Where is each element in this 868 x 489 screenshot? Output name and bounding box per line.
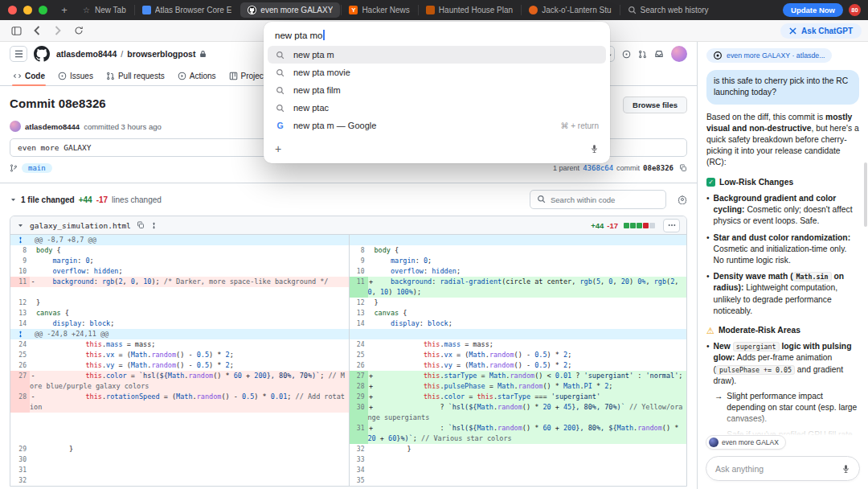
forward-icon[interactable] — [48, 23, 68, 39]
profile-badge[interactable]: 80 — [849, 4, 861, 16]
file-name[interactable]: galaxy_simulation.html — [30, 221, 131, 230]
mic-icon[interactable] — [841, 464, 850, 474]
reload-icon[interactable] — [69, 23, 88, 39]
diff-line-number[interactable]: 28 — [10, 392, 30, 413]
diff-line-number[interactable]: 35 — [349, 475, 368, 486]
diff-line-number[interactable]: 11 — [349, 277, 368, 298]
files-changed-label[interactable]: 1 file changed — [21, 195, 75, 204]
voice-search-icon[interactable] — [590, 144, 599, 154]
diff-line-number[interactable]: 14 — [349, 318, 368, 329]
diff-line-number[interactable]: 28 — [349, 381, 368, 392]
diff-line-number[interactable]: 9 — [349, 256, 368, 266]
breadcrumb-repo[interactable]: browserblogpost — [127, 49, 195, 59]
browser-tab[interactable]: Atlas Browser Core E — [135, 2, 240, 18]
sidebar-scrollbar[interactable] — [864, 162, 867, 227]
diff-line-number[interactable]: 26 — [10, 360, 30, 371]
diff-line-number[interactable]: 10 — [349, 266, 368, 277]
diff-line-number[interactable]: 29 — [349, 392, 368, 402]
expand-all-icon[interactable] — [150, 221, 158, 230]
diff-line-number[interactable]: 26 — [349, 360, 368, 371]
sidebar-panel-icon[interactable] — [6, 23, 26, 39]
repo-tab-code[interactable]: Code — [6, 66, 51, 85]
diff-line-number[interactable]: 30 — [10, 454, 30, 465]
browser-tab[interactable]: Haunted House Plan — [419, 2, 520, 18]
back-icon[interactable] — [27, 23, 47, 39]
diff-line-number[interactable]: 25 — [349, 350, 368, 360]
omnibox-input[interactable]: new pta mo — [264, 26, 610, 46]
diff-line-number[interactable]: 8 — [349, 245, 368, 256]
close-icon[interactable] — [789, 27, 796, 35]
inbox-icon[interactable] — [654, 49, 664, 59]
diff-line-number[interactable]: 29 — [10, 444, 30, 454]
omnibox-suggestion[interactable]: new pta movie — [268, 64, 606, 81]
collapse-files-icon[interactable] — [10, 196, 17, 203]
diff-line-number[interactable]: 25 — [10, 350, 30, 360]
minimize-window-button[interactable] — [23, 6, 32, 14]
diff-code-line: this.mass = mass; — [368, 339, 687, 350]
copy-path-icon[interactable] — [137, 221, 145, 229]
repo-tab-pull-requests[interactable]: Pull requests — [100, 66, 171, 85]
diff-line-number[interactable]: 14 — [10, 318, 30, 329]
omnibox-suggestion[interactable]: new pta film — [268, 81, 606, 99]
new-tab-button[interactable]: + — [56, 4, 72, 16]
composer-context-chip[interactable]: even more GALAX — [706, 435, 786, 450]
branch-chip[interactable]: main — [22, 163, 52, 173]
github-logo-icon[interactable] — [34, 46, 50, 62]
repo-tab-issues[interactable]: Issues — [51, 66, 100, 85]
diff-settings-gear-icon[interactable] — [678, 195, 687, 204]
diff-line-number[interactable]: 12 — [10, 298, 30, 308]
context-chip[interactable]: even more GALAXY · atlasde... — [706, 48, 832, 63]
diff-line-number[interactable]: 27 — [349, 371, 368, 381]
repo-tab-label: Actions — [190, 72, 216, 80]
zoom-window-button[interactable] — [39, 6, 47, 14]
browser-tab[interactable]: Search web history — [620, 2, 716, 18]
author-avatar[interactable] — [10, 121, 21, 132]
commit-author[interactable]: atlasdemo8444 — [25, 122, 80, 131]
issues-icon[interactable] — [622, 50, 631, 59]
diff-line-number[interactable]: 32 — [349, 444, 368, 454]
omnibox-suggestion[interactable]: Gnew pta m — Google⌘ + return — [268, 117, 606, 134]
repo-tab-actions[interactable]: Actions — [171, 66, 223, 85]
diff-line-number[interactable]: 9 — [10, 256, 30, 266]
expand-hunk-icon[interactable] — [10, 235, 30, 245]
diff-line-number[interactable]: 34 — [349, 465, 368, 475]
diff-line-number[interactable]: 8 — [10, 245, 30, 256]
omnibox-suggestion[interactable]: new pta m — [268, 46, 606, 64]
diff-line-number[interactable]: 31 — [10, 465, 30, 475]
update-now-button[interactable]: Update Now — [783, 3, 843, 17]
diff-line-number[interactable]: 24 — [10, 339, 30, 350]
diff-line-number[interactable]: 13 — [349, 308, 368, 318]
breadcrumb-owner[interactable]: atlasdemo8444 — [56, 49, 117, 59]
user-avatar[interactable] — [671, 46, 687, 62]
diff-line-number[interactable]: 12 — [349, 298, 368, 308]
expand-hunk-icon[interactable] — [10, 329, 30, 339]
diff-line-number[interactable]: 30 — [349, 402, 368, 423]
add-icon[interactable]: + — [275, 142, 281, 155]
close-window-button[interactable] — [8, 6, 17, 14]
diff-line-number[interactable]: 24 — [349, 339, 368, 350]
diff-line-number[interactable]: 32 — [10, 475, 30, 486]
browser-tab[interactable]: Jack-o'-Lantern Stu — [522, 2, 618, 18]
diff-line-number[interactable]: 27 — [10, 371, 30, 392]
search-within-code-input[interactable]: Search within code — [530, 190, 666, 209]
diff-code-line — [368, 454, 687, 465]
copy-sha-icon[interactable] — [679, 164, 687, 172]
omnibox-suggestion[interactable]: new ptac — [268, 99, 606, 117]
file-options-kebab-icon[interactable] — [663, 219, 680, 232]
browser-tab[interactable]: YHacker News — [342, 2, 416, 18]
diff-line-number[interactable]: 33 — [349, 454, 368, 465]
diff-line-number[interactable]: 31 — [349, 423, 368, 444]
ask-anything-input[interactable]: Ask anything — [706, 456, 860, 481]
browser-tab[interactable]: ☆New Tab — [75, 2, 133, 18]
collapse-file-icon[interactable] — [17, 222, 24, 229]
diff-row: 8 body {8 body { — [10, 245, 686, 256]
diff-line-number[interactable]: 11 — [10, 277, 30, 287]
parent-sha-link[interactable]: 4368c64 — [583, 164, 613, 172]
diff-line-number[interactable]: 13 — [10, 308, 30, 318]
diff-line-number[interactable]: 10 — [10, 266, 30, 277]
hamburger-menu-button[interactable] — [10, 46, 27, 62]
ask-chatgpt-button[interactable]: Ask ChatGPT — [780, 23, 862, 39]
browser-tab[interactable]: even more GALAXY — [240, 2, 340, 18]
pull-request-icon[interactable] — [638, 50, 647, 59]
browse-files-button[interactable]: Browse files — [623, 97, 687, 113]
